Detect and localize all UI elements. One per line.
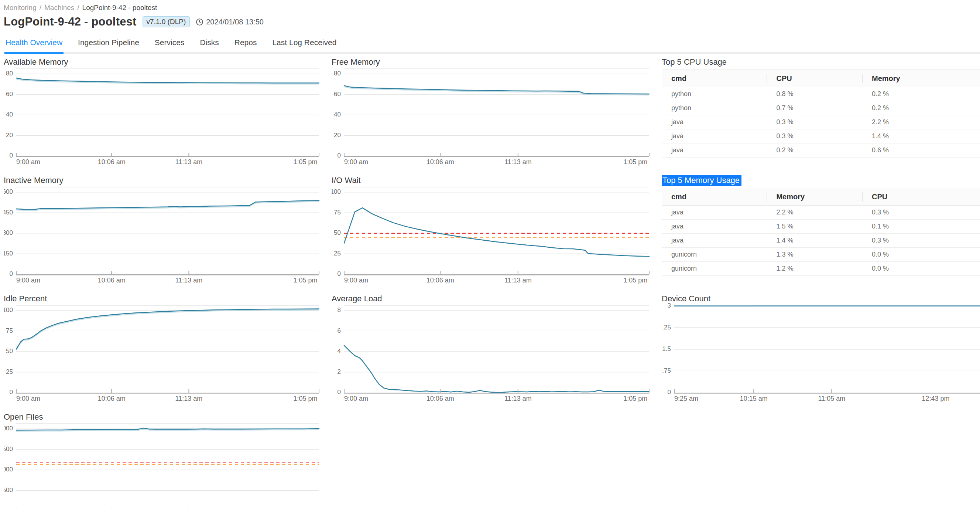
table-row: java0.3 %2.2 %: [662, 115, 980, 129]
table-cell: 0.3 %: [862, 234, 980, 248]
table-cell: java: [662, 144, 767, 158]
tab-last-log-received[interactable]: Last Log Received: [271, 34, 337, 52]
table-cell: 0.3 %: [862, 206, 980, 220]
column-header: Memory: [767, 188, 862, 206]
svg-text:11:13 am: 11:13 am: [504, 276, 532, 284]
version-badge: v7.1.0 (DLP): [143, 16, 190, 28]
chart-canvas-open-files[interactable]: 03500700010500140009:00 am10:06 am11:13 …: [4, 422, 322, 508]
chart-title: Free Memory: [332, 58, 652, 67]
tab-disks[interactable]: Disks: [199, 34, 220, 52]
top5-cpu-table: cmdCPUMemorypython0.8 %0.2 %python0.7 %0…: [662, 70, 980, 158]
chart-canvas-device-count[interactable]: 00.751.52.2539:25 am10:15 am11:05 am12:4…: [662, 303, 980, 404]
svg-text:8: 8: [337, 307, 341, 313]
svg-text:20: 20: [334, 132, 341, 139]
table-cell: java: [662, 220, 767, 234]
table-row: java2.2 %0.3 %: [662, 206, 980, 220]
svg-text:10:06 am: 10:06 am: [426, 276, 454, 284]
breadcrumb-separator: /: [77, 4, 79, 12]
breadcrumb-item-monitoring[interactable]: Monitoring: [4, 4, 37, 12]
chart-title: I/O Wait: [332, 176, 652, 185]
table-cell: java: [662, 206, 767, 220]
charts-grid: Available Memory 0204060809:00 am10:06 a…: [4, 56, 980, 508]
panel-idle-percent: Idle Percent 02550751009:00 am10:06 am11…: [4, 292, 322, 411]
svg-text:11:13 am: 11:13 am: [175, 276, 203, 284]
svg-text:1:05 pm: 1:05 pm: [623, 395, 647, 402]
table-cell: java: [662, 129, 767, 144]
table-cell: 0.2 %: [862, 87, 980, 101]
svg-text:10:06 am: 10:06 am: [426, 395, 454, 402]
table-row: gunicorn1.3 %0.0 %: [662, 248, 980, 262]
svg-text:10:06 am: 10:06 am: [98, 276, 126, 284]
table-row: java1.4 %0.3 %: [662, 234, 980, 248]
svg-text:100: 100: [332, 188, 341, 195]
svg-text:1:05 pm: 1:05 pm: [294, 158, 318, 166]
svg-text:75: 75: [334, 209, 341, 216]
svg-text:11:05 am: 11:05 am: [818, 395, 846, 402]
table-cell: 0.6 %: [862, 144, 980, 158]
table-cell: 1.5 %: [767, 220, 862, 234]
chart-canvas-io-wait[interactable]: 02550751009:00 am10:06 am11:13 am1:05 pm: [332, 185, 652, 286]
table-cell: 0.8 %: [767, 87, 862, 101]
panel-inactive-memory: Inactive Memory 01503004506009:00 am10:0…: [4, 174, 322, 292]
table-cell: 0.0 %: [862, 262, 980, 276]
tab-health-overview[interactable]: Health Overview: [5, 34, 64, 52]
svg-text:9:00 am: 9:00 am: [16, 158, 40, 166]
table-cell: gunicorn: [662, 262, 767, 276]
column-header: cmd: [662, 70, 767, 87]
chart-canvas-inactive-memory[interactable]: 01503004506009:00 am10:06 am11:13 am1:05…: [4, 185, 322, 286]
chart-title: Average Load: [332, 294, 652, 303]
svg-text:50: 50: [334, 229, 341, 236]
svg-text:60: 60: [6, 91, 13, 97]
chart-canvas-available-memory[interactable]: 0204060809:00 am10:06 am11:13 am1:05 pm: [4, 67, 322, 168]
svg-text:450: 450: [4, 209, 13, 216]
svg-text:9:00 am: 9:00 am: [344, 395, 368, 402]
svg-text:300: 300: [4, 229, 13, 236]
svg-text:10500: 10500: [4, 446, 13, 452]
table-cell: java: [662, 115, 767, 129]
table-cell: gunicorn: [662, 248, 767, 262]
panel-top5-cpu-usage: Top 5 CPU Usage cmdCPUMemorypython0.8 %0…: [662, 56, 980, 174]
table-row: python0.8 %0.2 %: [662, 87, 980, 101]
timestamp: 2024/01/08 13:50: [206, 18, 264, 26]
table-cell: 0.1 %: [862, 220, 980, 234]
breadcrumb-item-machines[interactable]: Machines: [44, 4, 74, 12]
table-cell: 2.2 %: [862, 115, 980, 129]
svg-text:9:00 am: 9:00 am: [344, 276, 368, 284]
svg-text:20: 20: [6, 132, 13, 139]
table-title-selected: Top 5 Memory Usage: [662, 176, 980, 185]
svg-text:40: 40: [334, 111, 341, 118]
svg-text:10:06 am: 10:06 am: [426, 158, 454, 166]
svg-text:11:13 am: 11:13 am: [504, 395, 532, 402]
table-cell: 0.0 %: [862, 248, 980, 262]
table-row: java0.2 %0.6 %: [662, 144, 980, 158]
table-cell: 2.2 %: [767, 206, 862, 220]
svg-text:40: 40: [6, 111, 13, 118]
panel-average-load: Average Load 024689:00 am10:06 am11:13 a…: [332, 292, 652, 411]
tab-repos[interactable]: Repos: [233, 34, 258, 52]
machine-health-page: Monitoring / Machines / LogPoint-9-42 - …: [0, 0, 980, 508]
svg-text:11:13 am: 11:13 am: [175, 158, 203, 166]
column-header: CPU: [862, 188, 980, 206]
table-row: gunicorn1.2 %0.0 %: [662, 262, 980, 276]
svg-text:1:05 pm: 1:05 pm: [294, 395, 318, 402]
table-cell: 0.3 %: [767, 115, 862, 129]
panel-device-count: Device Count 00.751.52.2539:25 am10:15 a…: [662, 292, 980, 411]
svg-text:10:06 am: 10:06 am: [98, 395, 126, 402]
tab-bar: Health Overview Ingestion Pipeline Servi…: [4, 34, 980, 54]
breadcrumb: Monitoring / Machines / LogPoint-9-42 - …: [4, 4, 980, 12]
chart-title: Available Memory: [4, 58, 322, 67]
svg-text:4: 4: [337, 348, 341, 355]
chart-canvas-average-load[interactable]: 024689:00 am10:06 am11:13 am1:05 pm: [332, 303, 652, 404]
svg-text:11:13 am: 11:13 am: [175, 395, 203, 402]
tab-services[interactable]: Services: [154, 34, 186, 52]
svg-text:25: 25: [6, 368, 13, 375]
svg-text:80: 80: [334, 70, 341, 77]
tab-ingestion-pipeline[interactable]: Ingestion Pipeline: [77, 34, 140, 52]
chart-canvas-idle-percent[interactable]: 02550751009:00 am10:06 am11:13 am1:05 pm: [4, 303, 322, 404]
column-header: Memory: [862, 70, 980, 87]
table-cell: 0.7 %: [767, 101, 862, 115]
panel-available-memory: Available Memory 0204060809:00 am10:06 a…: [4, 56, 322, 174]
panel-free-memory: Free Memory 0204060809:00 am10:06 am11:1…: [332, 56, 652, 174]
svg-text:0.75: 0.75: [662, 367, 671, 374]
chart-canvas-free-memory[interactable]: 0204060809:00 am10:06 am11:13 am1:05 pm: [332, 67, 652, 168]
